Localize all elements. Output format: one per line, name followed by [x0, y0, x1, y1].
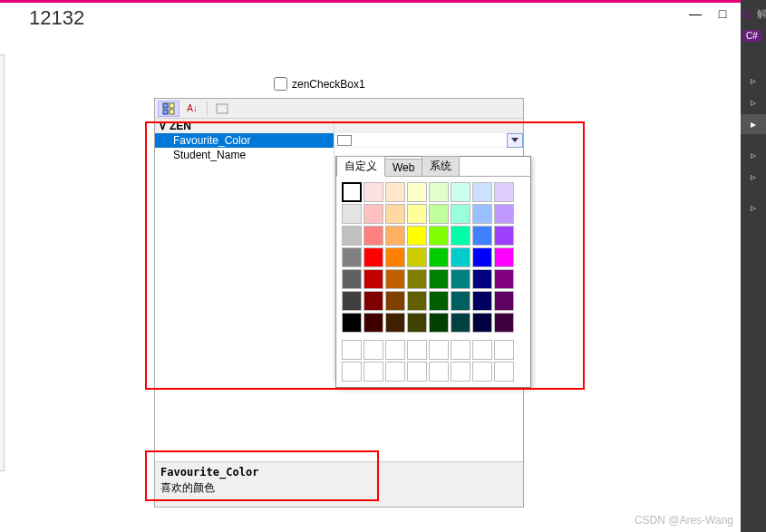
value-favourite-color[interactable] [335, 133, 523, 148]
color-cell[interactable] [494, 269, 514, 289]
color-preview-swatch [337, 135, 352, 146]
color-cell[interactable] [407, 291, 427, 311]
color-cell[interactable] [364, 313, 383, 333]
minimize-button[interactable]: — [688, 6, 703, 21]
color-cell[interactable] [342, 182, 362, 202]
category-row[interactable]: ∨ ZEN [155, 119, 334, 133]
zen-checkbox[interactable] [274, 77, 287, 91]
color-cell[interactable] [407, 204, 427, 224]
color-cell[interactable] [451, 247, 470, 267]
color-cell[interactable] [429, 226, 449, 246]
color-picker-popup: 自定义 Web 系统 [335, 156, 531, 388]
color-cell[interactable] [472, 362, 492, 382]
chevron-right-icon-4[interactable]: ▹ [741, 145, 766, 165]
color-cell[interactable] [364, 226, 383, 246]
color-cell[interactable] [472, 226, 492, 246]
color-cell[interactable] [451, 362, 470, 382]
color-cell[interactable] [429, 204, 449, 224]
color-cell[interactable] [407, 313, 427, 333]
color-cell[interactable] [472, 291, 492, 311]
color-cell[interactable] [494, 340, 514, 360]
color-cell[interactable] [342, 269, 362, 289]
page-icon [216, 103, 228, 114]
color-cell[interactable] [451, 226, 470, 246]
propgrid-description: Favourite_Color 喜欢的颜色 [155, 461, 523, 507]
color-cell[interactable] [472, 340, 492, 360]
desc-title: Favourite_Color [160, 466, 518, 479]
chevron-right-icon-1[interactable]: ▹ [741, 71, 766, 91]
color-cell[interactable] [407, 182, 427, 202]
color-cell[interactable] [364, 182, 383, 202]
color-cell[interactable] [451, 182, 470, 202]
color-cell[interactable] [342, 204, 362, 224]
color-cell[interactable] [385, 362, 405, 382]
color-cell[interactable] [494, 182, 514, 202]
color-cell[interactable] [407, 362, 427, 382]
color-cell[interactable] [385, 182, 405, 202]
color-cell[interactable] [385, 247, 405, 267]
color-cell[interactable] [342, 291, 362, 311]
color-cell[interactable] [342, 340, 362, 360]
color-cell[interactable] [342, 313, 362, 333]
maximize-button[interactable]: □ [715, 6, 730, 21]
color-cell[interactable] [494, 247, 514, 267]
color-cell[interactable] [364, 269, 383, 289]
color-cell[interactable] [429, 340, 449, 360]
color-cell[interactable] [494, 362, 514, 382]
color-cell[interactable] [494, 226, 514, 246]
color-cell[interactable] [451, 204, 470, 224]
svg-rect-0 [163, 103, 168, 108]
color-cell[interactable] [407, 247, 427, 267]
color-cell[interactable] [364, 291, 383, 311]
color-cell[interactable] [385, 226, 405, 246]
color-cell[interactable] [364, 247, 383, 267]
alphabetical-button[interactable]: A↓ [181, 101, 203, 117]
color-cell[interactable] [364, 204, 383, 224]
color-cell[interactable] [364, 340, 383, 360]
color-cell[interactable] [472, 313, 492, 333]
color-cell[interactable] [407, 340, 427, 360]
color-cell[interactable] [451, 269, 470, 289]
color-cell[interactable] [342, 247, 362, 267]
color-cell[interactable] [429, 247, 449, 267]
color-cell[interactable] [494, 313, 514, 333]
chevron-right-icon-6[interactable]: ▹ [741, 198, 766, 218]
color-cell[interactable] [429, 362, 449, 382]
color-cell[interactable] [407, 226, 427, 246]
color-cell[interactable] [472, 204, 492, 224]
color-cell[interactable] [342, 362, 362, 382]
color-cell[interactable] [407, 269, 427, 289]
prop-row-favourite-color[interactable]: Favourite_Color [155, 133, 334, 148]
color-cell[interactable] [451, 313, 470, 333]
color-cell[interactable] [451, 340, 470, 360]
color-cell[interactable] [494, 291, 514, 311]
tab-system[interactable]: 系统 [422, 156, 460, 176]
chevron-right-icon-3[interactable]: ▸ [741, 114, 766, 134]
color-cell[interactable] [364, 362, 383, 382]
prop-row-student-name[interactable]: Student_Name [155, 148, 334, 162]
color-cell[interactable] [451, 291, 470, 311]
color-cell[interactable] [342, 226, 362, 246]
color-cell[interactable] [385, 269, 405, 289]
color-cell[interactable] [472, 247, 492, 267]
sidebar-label: 解 [751, 4, 766, 24]
categorized-button[interactable] [158, 101, 179, 117]
color-cell[interactable] [385, 204, 405, 224]
color-cell[interactable] [472, 182, 492, 202]
color-cell[interactable] [385, 313, 405, 333]
color-cell[interactable] [385, 340, 405, 360]
dropdown-arrow[interactable] [507, 133, 523, 148]
property-pages-button[interactable] [211, 101, 233, 117]
color-cell[interactable] [494, 204, 514, 224]
color-cell[interactable] [429, 269, 449, 289]
window-title: 12132 [29, 6, 84, 30]
color-cell[interactable] [429, 182, 449, 202]
color-cell[interactable] [429, 291, 449, 311]
chevron-right-icon-5[interactable]: ▹ [741, 167, 766, 187]
tab-web[interactable]: Web [384, 159, 422, 176]
chevron-right-icon-2[interactable]: ▹ [741, 92, 766, 112]
color-cell[interactable] [385, 291, 405, 311]
color-cell[interactable] [429, 313, 449, 333]
tab-custom[interactable]: 自定义 [336, 156, 385, 177]
color-cell[interactable] [472, 269, 492, 289]
